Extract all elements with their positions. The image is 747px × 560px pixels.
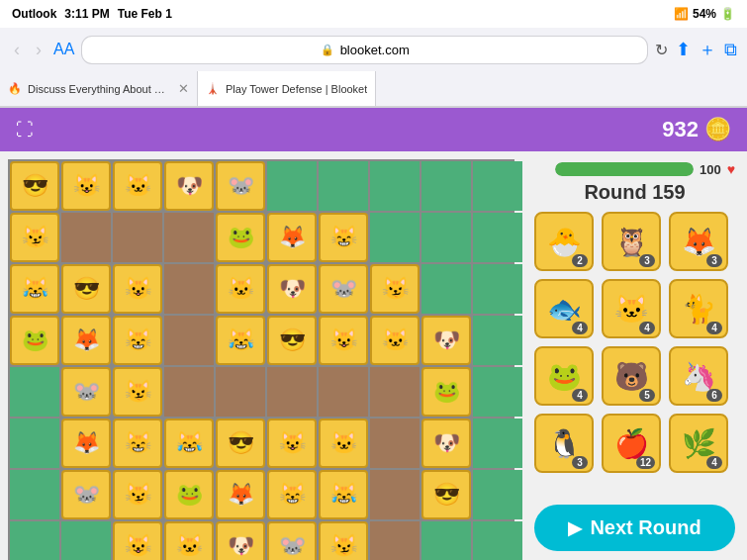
grid-cell[interactable] bbox=[370, 367, 420, 417]
tab-1-close[interactable]: ✕ bbox=[178, 81, 189, 96]
grid-cell[interactable] bbox=[370, 419, 420, 468]
grid-cell[interactable]: 😎 bbox=[267, 316, 317, 365]
tabs-button[interactable]: ⧉ bbox=[724, 40, 737, 60]
tower-card[interactable]: 🦉3 bbox=[602, 212, 661, 271]
grid-cell[interactable] bbox=[164, 213, 214, 262]
grid-cell[interactable]: 🐭 bbox=[319, 264, 368, 314]
grid-cell[interactable]: 😎 bbox=[61, 264, 111, 314]
grid-cell[interactable]: 😺 bbox=[319, 316, 368, 365]
grid-cell[interactable] bbox=[61, 213, 111, 262]
grid-cell[interactable]: 🦊 bbox=[61, 316, 111, 365]
grid-cell[interactable]: 😺 bbox=[113, 521, 162, 560]
url-bar[interactable]: 🔒 blooket.com bbox=[82, 37, 647, 63]
tab-2[interactable]: 🗼 Play Tower Defense | Blooket bbox=[198, 71, 376, 106]
grid-cell[interactable]: 🐶 bbox=[421, 419, 471, 468]
grid-cell[interactable]: 🐸 bbox=[164, 470, 214, 519]
grid-cell[interactable] bbox=[267, 161, 317, 211]
grid-cell[interactable]: 😸 bbox=[267, 470, 317, 519]
tower-card[interactable]: 🌿4 bbox=[669, 414, 728, 473]
tower-card[interactable]: 🍎12 bbox=[602, 414, 661, 473]
grid-cell[interactable]: 😸 bbox=[319, 213, 368, 262]
back-button[interactable]: ‹ bbox=[10, 38, 24, 62]
grid-cell[interactable]: 😺 bbox=[61, 161, 111, 211]
grid-cell[interactable]: 🐭 bbox=[61, 367, 111, 417]
grid-cell[interactable] bbox=[10, 419, 59, 468]
grid-cell[interactable] bbox=[473, 521, 522, 560]
grid-cell[interactable] bbox=[370, 213, 420, 262]
grid-cell[interactable] bbox=[267, 367, 317, 417]
refresh-button[interactable]: ↻ bbox=[655, 41, 668, 59]
grid-cell[interactable] bbox=[473, 470, 522, 519]
grid-cell[interactable]: 😹 bbox=[10, 264, 59, 314]
grid-cell[interactable]: 😹 bbox=[164, 419, 214, 468]
grid-cell[interactable]: 😸 bbox=[113, 316, 162, 365]
grid-cell[interactable]: 😸 bbox=[113, 419, 162, 468]
grid-cell[interactable]: 🐱 bbox=[319, 419, 368, 468]
grid-cell[interactable]: 🐱 bbox=[216, 264, 265, 314]
grid-cell[interactable] bbox=[370, 521, 420, 560]
grid-cell[interactable]: 🐱 bbox=[164, 521, 214, 560]
grid-cell[interactable]: 😎 bbox=[216, 419, 265, 468]
next-round-button[interactable]: ▶ Next Round bbox=[534, 505, 735, 551]
forward-button[interactable]: › bbox=[32, 38, 46, 62]
grid-cell[interactable]: 😎 bbox=[421, 470, 471, 519]
grid-cell[interactable] bbox=[113, 213, 162, 262]
grid-cell[interactable] bbox=[10, 521, 59, 560]
grid-cell[interactable] bbox=[473, 161, 522, 211]
grid-cell[interactable]: 😎 bbox=[10, 161, 59, 211]
tower-card[interactable]: 🐻5 bbox=[602, 346, 661, 406]
grid-cell[interactable]: 🐸 bbox=[216, 213, 265, 262]
grid-cell[interactable] bbox=[421, 264, 471, 314]
grid-cell[interactable]: 🐭 bbox=[216, 161, 265, 211]
tab-1[interactable]: 🔥 Discuss Everything About Blooket Wiki … bbox=[0, 71, 198, 106]
tower-card[interactable]: 🦊3 bbox=[669, 212, 728, 271]
grid-cell[interactable] bbox=[164, 367, 214, 417]
grid-cell[interactable]: 🐶 bbox=[216, 521, 265, 560]
grid-cell[interactable]: 😹 bbox=[319, 470, 368, 519]
grid-cell[interactable]: 😼 bbox=[370, 264, 420, 314]
grid-cell[interactable] bbox=[473, 316, 522, 365]
tower-card[interactable]: 🐟4 bbox=[534, 279, 594, 338]
grid-cell[interactable] bbox=[370, 161, 420, 211]
grid-cell[interactable] bbox=[473, 419, 522, 468]
grid-cell[interactable]: 😺 bbox=[113, 264, 162, 314]
share-button[interactable]: ⬆ bbox=[676, 39, 691, 60]
tower-card[interactable]: 🐸4 bbox=[534, 346, 594, 406]
grid-cell[interactable] bbox=[473, 213, 522, 262]
grid-cell[interactable]: 🐭 bbox=[267, 521, 317, 560]
grid-cell[interactable] bbox=[319, 161, 368, 211]
grid-cell[interactable]: 🦊 bbox=[216, 470, 265, 519]
grid-cell[interactable] bbox=[10, 470, 59, 519]
expand-button[interactable]: ⛶ bbox=[16, 120, 34, 140]
grid-cell[interactable]: 😼 bbox=[319, 521, 368, 560]
grid-cell[interactable]: 🐱 bbox=[113, 161, 162, 211]
grid-cell[interactable] bbox=[61, 521, 111, 560]
grid-cell[interactable] bbox=[473, 264, 522, 314]
grid-cell[interactable]: 🦊 bbox=[61, 419, 111, 468]
add-tab-button[interactable]: ＋ bbox=[699, 38, 716, 61]
grid-cell[interactable] bbox=[164, 264, 214, 314]
grid-cell[interactable]: 🦊 bbox=[267, 213, 317, 262]
grid-cell[interactable] bbox=[319, 367, 368, 417]
grid-cell[interactable] bbox=[370, 470, 420, 519]
grid-cell[interactable] bbox=[421, 161, 471, 211]
tower-card[interactable]: 🐧3 bbox=[534, 414, 594, 473]
grid-cell[interactable] bbox=[216, 367, 265, 417]
grid-cell[interactable] bbox=[421, 521, 471, 560]
tower-card[interactable]: 🐈4 bbox=[669, 279, 728, 338]
grid-cell[interactable]: 😼 bbox=[113, 367, 162, 417]
grid-cell[interactable] bbox=[10, 367, 59, 417]
grid-cell[interactable]: 🐶 bbox=[164, 161, 214, 211]
grid-cell[interactable]: 🐱 bbox=[370, 316, 420, 365]
grid-cell[interactable] bbox=[421, 213, 471, 262]
tower-card[interactable]: 🐣2 bbox=[534, 212, 594, 271]
grid-cell[interactable]: 🐶 bbox=[267, 264, 317, 314]
grid-cell[interactable]: 😺 bbox=[267, 419, 317, 468]
grid-cell[interactable]: 😹 bbox=[216, 316, 265, 365]
grid-cell[interactable]: 😼 bbox=[113, 470, 162, 519]
grid-cell[interactable] bbox=[164, 316, 214, 365]
grid-cell[interactable]: 🐭 bbox=[61, 470, 111, 519]
tower-card[interactable]: 🐱4 bbox=[602, 279, 661, 338]
grid-cell[interactable]: 🐶 bbox=[421, 316, 471, 365]
grid-cell[interactable]: 🐸 bbox=[421, 367, 471, 417]
